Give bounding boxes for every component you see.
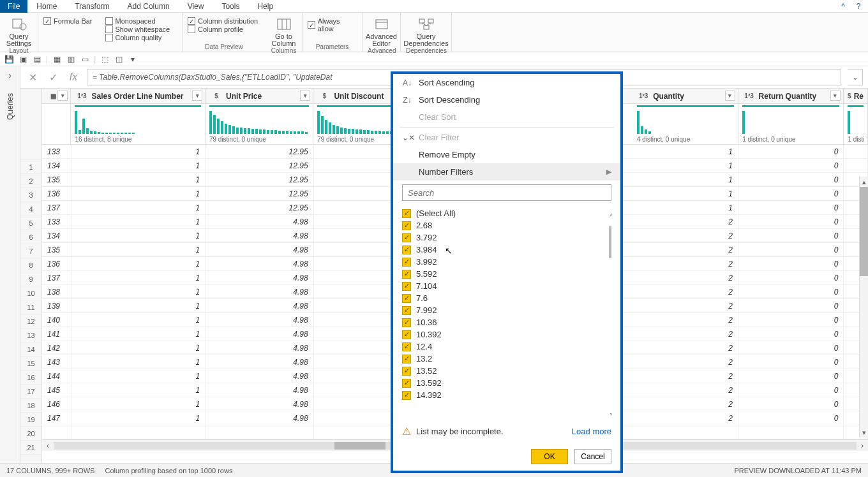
menu-transform[interactable]: Transform	[66, 1, 118, 12]
row-number[interactable]: 9	[20, 272, 41, 286]
row-number[interactable]: 11	[20, 300, 41, 314]
row-number[interactable]: 7	[20, 244, 41, 258]
dropdown-icon[interactable]: ▾	[725, 91, 735, 101]
load-more-link[interactable]: Load more	[572, 427, 611, 436]
chevron-right-icon[interactable]: ›	[8, 70, 11, 80]
checkbox-icon[interactable]: ✓	[402, 221, 411, 230]
formula-expand-icon[interactable]: ⌄	[848, 69, 863, 85]
status-profiling[interactable]: Column profiling based on top 1000 rows	[105, 467, 232, 474]
chk-show-whitespace[interactable]	[105, 26, 113, 33]
accept-formula-icon[interactable]: ✓	[46, 70, 60, 84]
filter-value[interactable]: ✓13.52	[402, 365, 611, 377]
filter-list-scrollbar[interactable]: ▴ ▾	[608, 207, 611, 420]
query-settings-button[interactable]: Query Settings	[5, 14, 33, 47]
filter-value[interactable]: ✓10.36	[402, 316, 611, 328]
qat-icon[interactable]: ▣	[18, 54, 28, 64]
scroll-up-icon[interactable]: ▴	[860, 177, 868, 187]
qat-icon[interactable]: ▦	[52, 54, 62, 64]
dropdown-icon[interactable]: ▾	[192, 91, 202, 101]
filter-value[interactable]: ✓14.392	[402, 389, 611, 401]
col-return-quantity[interactable]: 1²3 Return Quantity ▾	[738, 89, 844, 103]
advanced-editor-button[interactable]: Advanced Editor	[368, 14, 395, 47]
sort-descending[interactable]: Z↓ Sort Descending	[393, 91, 620, 108]
checkbox-icon[interactable]: ✓	[402, 330, 411, 339]
checkbox-icon[interactable]: ✓	[402, 258, 411, 267]
menu-tools[interactable]: Tools	[213, 1, 248, 12]
filter-value[interactable]: ✓2.68	[402, 219, 611, 231]
qat-icon[interactable]: ⬚	[100, 54, 110, 64]
col-quantity[interactable]: 1²3 Quantity ▾	[632, 89, 738, 103]
filter-value[interactable]: ✓3.984	[402, 244, 611, 256]
checkbox-icon[interactable]: ✓	[402, 379, 411, 388]
scroll-up-icon[interactable]: ▴	[608, 207, 611, 219]
row-number[interactable]: 1	[20, 160, 41, 174]
search-input[interactable]	[402, 184, 611, 201]
chk-always-allow[interactable]: ✓	[308, 21, 315, 29]
query-deps-button[interactable]: Query Dependencies	[406, 14, 446, 47]
menu-add-column[interactable]: Add Column	[119, 1, 179, 12]
help-icon[interactable]: ?	[853, 1, 864, 12]
checkbox-icon[interactable]: ✓	[402, 294, 411, 303]
qat-icon[interactable]: ▭	[80, 54, 90, 64]
row-number[interactable]: 10	[20, 286, 41, 300]
row-number[interactable]: 17	[20, 385, 41, 399]
row-number[interactable]: 8	[20, 258, 41, 272]
menu-home[interactable]: Home	[27, 1, 66, 12]
dropdown-icon[interactable]: ▾	[300, 91, 310, 101]
filter-value[interactable]: ✓7.104	[402, 280, 611, 292]
number-filters[interactable]: Number Filters ▶	[393, 163, 620, 180]
filter-value[interactable]: ✓3.992	[402, 256, 611, 268]
cancel-button[interactable]: Cancel	[574, 449, 611, 464]
scroll-thumb[interactable]	[334, 442, 385, 450]
filter-value[interactable]: ✓12.4	[402, 341, 611, 353]
save-icon[interactable]: 💾	[4, 54, 14, 64]
cancel-formula-icon[interactable]: ✕	[26, 70, 40, 84]
filter-value[interactable]: ✓5.592	[402, 268, 611, 280]
checkbox-icon[interactable]: ✓	[402, 233, 411, 242]
dropdown-icon[interactable]: ▾	[830, 91, 841, 101]
chk-monospaced[interactable]	[105, 17, 113, 25]
row-number[interactable]: 20	[20, 427, 41, 441]
table-corner[interactable]: ▦ ▾	[42, 89, 71, 103]
checkbox-icon[interactable]: ✓	[402, 355, 411, 363]
row-number[interactable]: 19	[20, 413, 41, 427]
row-number[interactable]: 15	[20, 356, 41, 371]
remove-empty[interactable]: Remove Empty	[393, 146, 620, 163]
filter-value[interactable]: ✓7.992	[402, 304, 611, 316]
filter-value[interactable]: ✓10.392	[402, 328, 611, 341]
row-number[interactable]: 4	[20, 202, 41, 216]
checkbox-icon[interactable]: ✓	[402, 246, 411, 254]
filter-search[interactable]	[402, 184, 611, 201]
qat-icon[interactable]: ▥	[66, 54, 76, 64]
row-number[interactable]: 2	[20, 174, 41, 188]
row-number[interactable]: 21	[20, 441, 41, 455]
row-number[interactable]: 12	[20, 314, 41, 328]
row-number[interactable]: 14	[20, 342, 41, 356]
row-number[interactable]: 5	[20, 216, 41, 230]
scroll-thumb[interactable]	[609, 226, 611, 258]
col-partial[interactable]: $ Re	[844, 89, 868, 103]
checkbox-icon[interactable]: ✓	[402, 367, 411, 376]
chk-column-quality[interactable]	[105, 34, 113, 41]
scroll-left-icon[interactable]: ‹	[42, 441, 54, 450]
checkbox-icon[interactable]: ✓	[402, 270, 411, 279]
checkbox-icon[interactable]: ✓	[402, 318, 411, 327]
sort-ascending[interactable]: A↓ Sort Ascending	[393, 74, 620, 91]
checkbox-icon[interactable]: ✓	[402, 209, 411, 218]
chk-formula-bar[interactable]: ✓	[43, 17, 51, 25]
scroll-thumb[interactable]	[860, 187, 868, 276]
filter-value[interactable]: ✓13.592	[402, 377, 611, 389]
scroll-right-icon[interactable]: ›	[857, 441, 868, 450]
qat-icon[interactable]: ▤	[32, 54, 42, 64]
queries-pane-collapsed[interactable]: › Queries	[0, 66, 20, 463]
chk-column-profile[interactable]	[188, 26, 195, 33]
filter-value[interactable]: ✓13.2	[402, 353, 611, 365]
row-number[interactable]: 18	[20, 399, 41, 413]
vertical-scrollbar[interactable]: ▴ ▾	[859, 177, 868, 437]
qat-icon[interactable]: ◫	[114, 54, 124, 64]
scroll-down-icon[interactable]: ▾	[608, 409, 611, 420]
checkbox-icon[interactable]: ✓	[402, 306, 411, 315]
menu-help[interactable]: Help	[248, 1, 282, 12]
filter-select-all[interactable]: ✓ (Select All)	[402, 207, 611, 219]
checkbox-icon[interactable]: ✓	[402, 282, 411, 291]
